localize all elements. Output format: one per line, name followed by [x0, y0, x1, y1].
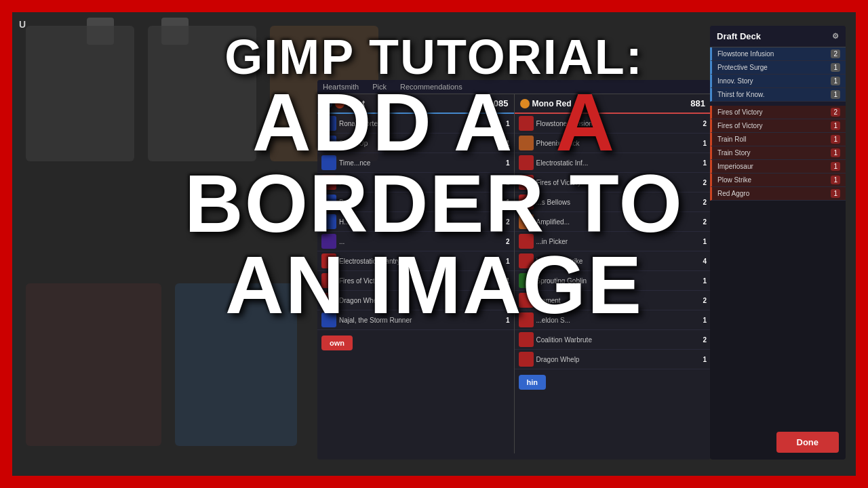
- card-name: ...: [339, 238, 503, 245]
- card-thumbnail: [519, 136, 534, 150]
- izzet-column: Izzet 1085 Rona's Vortex 1 Shore Up 1: [317, 94, 515, 453]
- table-row[interactable]: Flo... 1: [317, 173, 514, 192]
- deck-item-name: Train Roll: [717, 136, 828, 143]
- izzet-title: Izzet: [347, 99, 365, 108]
- table-row[interactable]: Shore Up 1: [317, 134, 514, 153]
- table-row[interactable]: Dragon Whelp 1: [515, 350, 711, 369]
- list-item[interactable]: Flowstone Infusion 2: [710, 47, 846, 61]
- list-item[interactable]: Plow Strike 1: [710, 174, 846, 187]
- table-row[interactable]: Fires of Victory 1: [317, 271, 514, 291]
- table-row[interactable]: H... 2: [317, 212, 514, 232]
- card-thumbnail: [519, 253, 534, 268]
- deck-count-icon: ⚙: [832, 32, 839, 41]
- card-name: H...: [339, 218, 503, 226]
- card-panel-bg-bottom-1: [26, 283, 161, 446]
- card-count: 1: [703, 238, 707, 245]
- list-item[interactable]: Train Roll 1: [710, 133, 846, 146]
- table-row[interactable]: Amplified... 2: [515, 212, 711, 232]
- card-thumbnail: [519, 116, 534, 131]
- table-row[interactable]: Sprouting Goblin 1: [515, 271, 711, 291]
- card-thumbnail: [519, 214, 534, 229]
- deck-item-count: 2: [831, 49, 840, 58]
- table-row[interactable]: Electrostatic Infantry 1: [317, 251, 514, 271]
- tab-heartsmith[interactable]: Heartsmith: [323, 83, 359, 91]
- list-item[interactable]: Thirst for Know. 1: [710, 88, 846, 102]
- list-item[interactable]: Fires of Victory 2: [710, 106, 846, 119]
- mono-red-header: Mono Red 881: [515, 94, 711, 114]
- izzet-score: 1085: [489, 98, 509, 108]
- list-item[interactable]: Protective Surge 1: [710, 61, 846, 75]
- card-name: Coalition Warbrute: [536, 336, 701, 344]
- draft-panel-header: Heartsmith Pick Recommendations: [317, 80, 711, 94]
- card-name: Sprouting Goblin: [536, 277, 701, 285]
- deck-item-count: 1: [831, 135, 840, 144]
- list-item[interactable]: Train Story 1: [710, 146, 846, 160]
- table-row[interactable]: Flowstone Infusion 2: [515, 114, 711, 134]
- card-name: ...eldon S...: [536, 317, 701, 324]
- tab-pick[interactable]: Pick: [372, 83, 387, 91]
- card-name: Time...nce: [339, 159, 503, 167]
- table-row[interactable]: ...eldon S... 1: [515, 310, 711, 330]
- card-thumbnail: [519, 234, 534, 249]
- list-item[interactable]: Innov. Story 1: [710, 75, 846, 88]
- card-thumbnail: [321, 195, 336, 209]
- list-item[interactable]: Imperiosaur 1: [710, 160, 846, 174]
- card-count: 1: [703, 356, 707, 363]
- list-item[interactable]: Red Aggro 1: [710, 187, 846, 201]
- card-count: 2: [703, 218, 707, 226]
- deck-item-name: Imperiosaur: [717, 163, 828, 170]
- card-count: 1: [506, 258, 510, 265]
- draft-columns: Izzet 1085 Rona's Vortex 1 Shore Up 1: [317, 94, 711, 453]
- card-count: 2: [703, 179, 707, 186]
- table-row[interactable]: Fires of Victory 2: [515, 173, 711, 192]
- card-name: ...in Picker: [536, 238, 701, 245]
- table-row[interactable]: ...in Picker 1: [515, 232, 711, 251]
- table-row[interactable]: Phoenix Chick 1: [515, 134, 711, 153]
- table-row[interactable]: Rona's Vortex 1: [317, 114, 514, 134]
- card-count: 1: [703, 159, 707, 167]
- deck-item-name: Fires of Victory: [717, 122, 828, 129]
- table-row[interactable]: Electrostatic Inf... 1: [515, 153, 711, 173]
- card-count: 1: [506, 317, 510, 324]
- card-name: Shore Up: [339, 140, 503, 147]
- izzet-blue-icon: [323, 99, 332, 108]
- card-thumbnail: [321, 155, 336, 170]
- card-thumbnail: [321, 116, 336, 131]
- draft-panel: Heartsmith Pick Recommendations Izzet 10…: [317, 80, 711, 460]
- card-thumbnail: [321, 293, 336, 308]
- card-count: 2: [506, 238, 510, 245]
- table-row[interactable]: Ba... 1: [317, 192, 514, 212]
- card-count: 2: [703, 297, 707, 304]
- card-count: 4: [703, 258, 707, 265]
- mono-red-score: 881: [690, 98, 705, 108]
- table-row[interactable]: Najal, the Storm Runner 1: [317, 310, 514, 330]
- card-count: 1: [703, 140, 707, 147]
- card-count: 1: [506, 159, 510, 167]
- card-panel-bg-2: [148, 26, 256, 161]
- mono-red-title: Mono Red: [532, 99, 572, 108]
- mono-red-icon: [520, 99, 530, 108]
- table-row[interactable]: ...ement 2: [515, 291, 711, 310]
- table-row[interactable]: Coalition Warbrute 2: [515, 330, 711, 350]
- list-item[interactable]: Fires of Victory 1: [710, 119, 846, 133]
- card-count: 1: [506, 140, 510, 147]
- show-hin-button[interactable]: hin: [519, 375, 547, 390]
- outer-border: U Heartsmith Pick Recommendations: [0, 0, 868, 488]
- card-thumbnail: [321, 312, 336, 327]
- table-row[interactable]: Lightning Strike 4: [515, 251, 711, 271]
- done-button[interactable]: Done: [776, 432, 840, 453]
- deck-item-name: Protective Surge: [717, 64, 828, 71]
- deck-item-name: Train Story: [717, 149, 828, 157]
- card-name: Fires of Victory: [339, 277, 503, 285]
- card-count: 2: [703, 199, 707, 206]
- tab-recommendations[interactable]: Recommendations: [400, 83, 462, 91]
- card-thumbnail: [519, 155, 534, 170]
- table-row[interactable]: Time...nce 1: [317, 153, 514, 173]
- show-own-button[interactable]: own: [321, 336, 353, 350]
- izzet-red-icon: [335, 99, 344, 108]
- table-row[interactable]: ... 2: [317, 232, 514, 251]
- card-thumbnail: [321, 214, 336, 229]
- table-row[interactable]: ...s Bellows 2: [515, 192, 711, 212]
- card-name: Rona's Vortex: [339, 120, 503, 127]
- table-row[interactable]: Dragon Whelp 1: [317, 291, 514, 310]
